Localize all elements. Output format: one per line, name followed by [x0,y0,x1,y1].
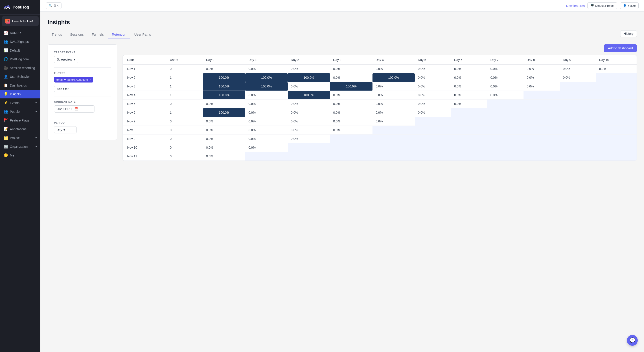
chat-button[interactable]: 💬 [627,335,638,346]
cell-day-1: 100.0% [245,82,288,91]
table-row: Nov 41100.0%0.0%100.0%0.0%0.0%0.0%0.0%0.… [123,91,636,99]
cell-day-1: 100.0% [245,73,288,82]
col-date: Date [123,55,167,64]
page-title: Insights [48,19,637,26]
tab-retention[interactable]: Retention [108,30,130,39]
cell-day-2: 0.0% [288,117,330,126]
cell-day-5 [415,134,451,143]
cell-day-9 [560,126,596,134]
chat-icon: 💬 [630,338,636,343]
col-day0: Day 0 [203,55,245,64]
tab-sessions[interactable]: Sessions [66,30,88,39]
sidebar-item-annotations[interactable]: 📝 Annotations [0,125,40,133]
cell-users: 1 [167,73,203,82]
posthog-logo-icon [4,3,11,11]
event-selector[interactable]: $pageview ▾ [54,56,78,63]
cell-day-10 [596,99,636,108]
people-chevron: ▾ [36,110,37,113]
period-select[interactable]: Day ▾ [54,126,76,133]
sidebar-item-feature-flags[interactable]: 🚩 Feature Flags [0,116,40,125]
sidebar-item-aarrr[interactable]: 📈 AARRR [0,28,40,37]
cell-day-3: 0.0% [330,64,372,73]
sidebar-item-organization[interactable]: 🏢 Organization ▾ [0,142,40,151]
history-button[interactable]: History [620,30,637,37]
sidebar-nav: 📈 AARRR 👥 DAU/Signups 📊 Default 🌐 PostHo… [0,27,40,352]
project-chevron: ▾ [36,136,37,139]
project-label: Default Project [595,4,614,7]
retention-table-wrap: Date Users Day 0 Day 1 Day 2 Day 3 Day 4… [122,55,637,161]
launch-toolbar-button[interactable]: 🐗 Launch Toolbar! [2,16,38,26]
cell-day-10 [596,91,636,99]
cell-day-7: 0.0% [487,64,524,73]
people-icon: 👥 [4,109,8,114]
tab-user-paths[interactable]: User Paths [130,30,155,39]
col-day8: Day 8 [524,55,560,64]
sidebar-item-label: Me [10,154,14,157]
user-button[interactable]: 👤 Yakko [620,2,638,9]
cell-day-8 [524,134,560,143]
cell-day-0: 0.0% [203,99,245,108]
cell-day-3: 100.0% [330,82,372,91]
cell-day-3: 0.0% [330,99,372,108]
content-area: TARGET EVENT $pageview ▾ FILTERS email =… [48,44,637,161]
cell-day-3 [330,134,372,143]
user-avatar-icon: 👤 [623,4,626,7]
cell-users: 1 [167,108,203,117]
cell-day-9 [560,117,596,126]
sidebar-item-people[interactable]: 👥 People ▾ [0,107,40,116]
cell-day-5: 0.0% [415,64,451,73]
panel-divider-1 [54,67,110,68]
cell-users: 0 [167,117,203,126]
cell-users: 0 [167,99,203,108]
sidebar-item-events[interactable]: ⚡ Events ▾ [0,98,40,107]
table-row: Nov 700.0%0.0%0.0%0.0%0.0% [123,117,636,126]
events-chevron: ▾ [36,101,37,104]
cell-day-2 [288,143,330,152]
sidebar-item-default[interactable]: 📊 Default [0,46,40,55]
add-dashboard-button[interactable]: Add to dashboard [604,44,637,52]
cell-day-4: 0.0% [372,91,415,99]
topbar-right: New features 🖥️ Default Project 👤 Yakko [566,2,638,9]
cell-day-7 [487,143,524,152]
cell-day-7 [487,117,524,126]
logo-text: PostHog [12,5,29,10]
sidebar-item-label: Feature Flags [10,119,29,122]
feature-flags-icon: 🚩 [4,118,8,122]
cell-day-10 [596,143,636,152]
date-input[interactable]: 2020-11-11 📅 [54,105,94,113]
sidebar-item-label: Insights [10,92,21,96]
cell-users: 0 [167,126,203,134]
cell-day-4: 0.0% [372,99,415,108]
tabs-left: Trends Sessions Funnels Retention User P… [48,30,155,39]
cell-day-8 [524,99,560,108]
cell-day-4 [372,134,415,143]
sidebar-item-dau-signups[interactable]: 👥 DAU/Signups [0,37,40,46]
cell-day-2: 0.0% [288,64,330,73]
new-features-link[interactable]: New features [566,4,584,8]
add-filter-button[interactable]: Add filter [54,86,71,92]
filter-tag-close[interactable]: × [89,78,91,81]
cell-date: Nov 10 [123,143,167,152]
cell-day-4: 0.0% [372,108,415,117]
sidebar-item-posthog-com[interactable]: 🌐 PostHog.com [0,55,40,63]
sidebar-item-dashboards[interactable]: 📋 Dashboards [0,81,40,90]
cell-day-2: 100.0% [288,73,330,82]
posthog-com-icon: 🌐 [4,57,8,61]
current-date-label: CURRENT DATE [54,100,110,103]
cell-day-0: 0.0% [203,126,245,134]
tab-funnels[interactable]: Funnels [88,30,108,39]
sidebar-item-user-behavior[interactable]: 👤 User Behavior [0,72,40,81]
filters-label: FILTERS [54,72,110,74]
sidebar-item-insights[interactable]: 💡 Insights [0,90,40,98]
cell-day-9 [560,91,596,99]
search-box[interactable]: 🔍 ⌘K [46,2,62,9]
filter-tag: email = tester@test.com × [54,77,93,82]
sidebar-item-session-recording[interactable]: 🎥 Session recording [0,63,40,72]
project-button[interactable]: 🖥️ Default Project [588,2,617,9]
sidebar-item-project[interactable]: 🗂️ Project ▾ [0,133,40,142]
tab-trends[interactable]: Trends [48,30,66,39]
table-row: Nov 61100.0%0.0%0.0%0.0%0.0%0.0% [123,108,636,117]
cell-date: Nov 9 [123,134,167,143]
cell-date: Nov 3 [123,82,167,91]
sidebar-item-me[interactable]: 😊 Me [0,151,40,160]
